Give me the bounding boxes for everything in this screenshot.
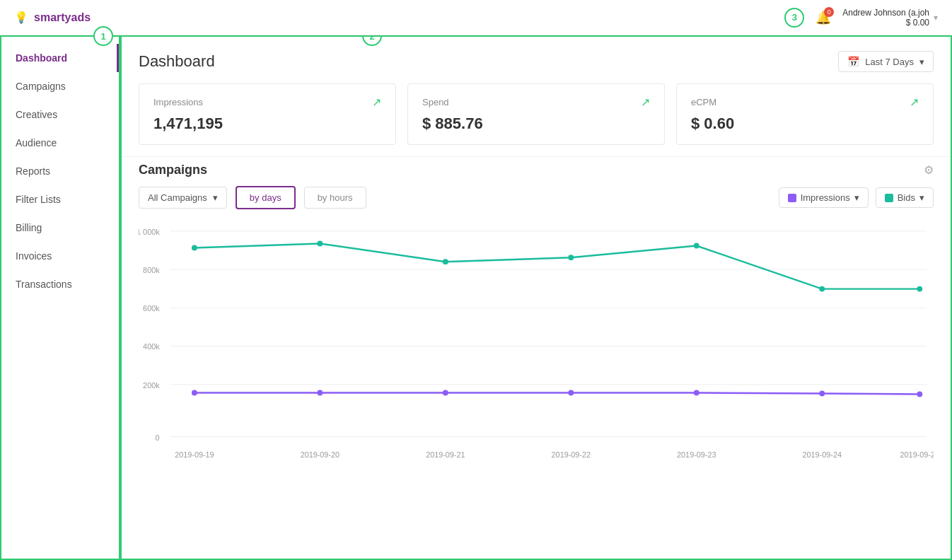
x-label-5: 2019-09-23	[677, 450, 716, 459]
sidebar-item-dashboard[interactable]: Dashboard	[1, 44, 119, 72]
spend-card: Spend ↗ $ 885.76	[407, 83, 665, 145]
y-label-1000k: 1 000k	[139, 228, 160, 236]
chevron-down-icon: ▾	[934, 13, 938, 23]
user-details: Andrew Johnson (a.joh $ 0.00	[842, 8, 929, 28]
user-balance: $ 0.00	[842, 18, 929, 28]
impressions-point-5	[694, 390, 700, 396]
sidebar-item-invoices[interactable]: Invoices	[1, 242, 119, 270]
page-title: Dashboard	[139, 52, 215, 71]
impressions-point-2	[317, 390, 323, 396]
toolbar-right: Impressions ▾ Bids ▾	[779, 187, 934, 208]
bids-point-1	[192, 245, 197, 251]
dashboard-header: Dashboard 📅 Last 7 Days ▾	[122, 37, 951, 83]
y-label-600k: 600k	[143, 304, 160, 313]
top-header: 💡 smartyads 3 🔔 0 Andrew Johnson (a.joh …	[0, 0, 952, 35]
sidebar-item-creatives[interactable]: Creatives	[1, 100, 119, 129]
sidebar-item-billing[interactable]: Billing	[1, 214, 119, 242]
impressions-point-3	[443, 390, 448, 396]
campaigns-title: Campaigns	[139, 163, 207, 177]
campaigns-chart: 1 000k 800k 600k 400k 200k 0	[139, 221, 934, 486]
bids-point-3	[443, 259, 448, 264]
campaigns-toolbar: All Campaigns ▾ by days by hours Impress…	[122, 186, 951, 221]
y-label-800k: 800k	[143, 266, 160, 274]
bids-legend-label: Bids	[898, 192, 915, 203]
impressions-trend-icon: ↗	[372, 95, 381, 109]
bids-line	[195, 244, 919, 289]
bids-legend-button[interactable]: Bids ▾	[876, 187, 934, 208]
stats-row: Impressions ↗ 1,471,195 Spend ↗ $ 885.76…	[122, 83, 951, 156]
user-name: Andrew Johnson (a.joh	[842, 8, 929, 18]
y-label-400k: 400k	[143, 342, 160, 351]
sidebar-item-campaigns[interactable]: Campaigns	[1, 72, 119, 100]
calendar-icon: 📅	[847, 56, 859, 67]
ecpm-trend-icon: ↗	[910, 95, 919, 109]
app-name: smartyads	[34, 11, 91, 24]
impressions-legend-button[interactable]: Impressions ▾	[779, 187, 869, 208]
spend-header: Spend ↗	[422, 95, 650, 109]
x-label-6: 2019-09-24	[803, 450, 842, 459]
impressions-legend-chevron: ▾	[854, 192, 859, 203]
sidebar-item-filter-lists[interactable]: Filter Lists	[1, 185, 119, 214]
settings-icon[interactable]: ⚙	[924, 163, 934, 177]
bids-point-4	[568, 255, 574, 260]
x-label-2: 2019-09-20	[301, 450, 339, 459]
campaigns-section-header: Campaigns ⚙	[122, 156, 951, 186]
impressions-point-4	[568, 390, 574, 396]
sidebar-item-transactions[interactable]: Transactions	[1, 270, 119, 298]
y-label-200k: 200k	[143, 381, 160, 390]
ecpm-header: eCPM ↗	[691, 95, 919, 109]
logo-icon: 💡	[14, 11, 28, 24]
spend-value: $ 885.76	[422, 115, 650, 133]
impressions-header: Impressions ↗	[153, 95, 381, 109]
toolbar-left: All Campaigns ▾ by days by hours	[139, 186, 366, 209]
spend-label: Spend	[422, 97, 449, 107]
bids-point-6	[819, 286, 825, 292]
impressions-line	[195, 393, 919, 395]
sidebar-item-audience[interactable]: Audience	[1, 129, 119, 157]
impressions-card: Impressions ↗ 1,471,195	[139, 83, 396, 145]
y-label-0: 0	[156, 433, 160, 442]
notification-bell[interactable]: 🔔 0	[815, 10, 831, 25]
by-hours-button[interactable]: by hours	[304, 187, 366, 209]
impressions-point-1	[192, 390, 197, 396]
all-campaigns-select[interactable]: All Campaigns ▾	[139, 187, 227, 209]
impressions-point-7	[917, 392, 922, 397]
header-right: 3 🔔 0 Andrew Johnson (a.joh $ 0.00 ▾	[784, 8, 938, 28]
date-range-selector[interactable]: 📅 Last 7 Days ▾	[838, 51, 934, 72]
bids-point-5	[694, 243, 700, 249]
chart-container: 1 000k 800k 600k 400k 200k 0	[122, 221, 951, 502]
date-range-label: Last 7 Days	[865, 57, 914, 67]
impressions-label: Impressions	[153, 97, 203, 107]
ecpm-value: $ 0.60	[691, 115, 919, 133]
impressions-color-swatch	[788, 194, 796, 202]
all-campaigns-label: All Campaigns	[148, 192, 207, 203]
bids-color-swatch	[885, 194, 893, 202]
user-menu[interactable]: Andrew Johnson (a.joh $ 0.00 ▾	[842, 8, 938, 28]
sidebar: 1 Dashboard Campaigns Creatives Audience…	[0, 35, 120, 560]
impressions-point-6	[819, 391, 825, 397]
impressions-value: 1,471,195	[153, 115, 381, 133]
notification-count: 0	[824, 7, 834, 17]
app-layout: 1 Dashboard Campaigns Creatives Audience…	[0, 35, 952, 560]
spend-trend-icon: ↗	[641, 95, 650, 109]
ecpm-card: eCPM ↗ $ 0.60	[676, 83, 934, 145]
bids-point-7	[917, 286, 922, 292]
impressions-legend-label: Impressions	[801, 192, 850, 203]
bids-legend-chevron: ▾	[919, 192, 924, 203]
main-content: 2 Dashboard 📅 Last 7 Days ▾ Impressions …	[120, 35, 952, 560]
step3-badge: 3	[784, 8, 804, 28]
x-label-7: 2019-09-25	[900, 450, 934, 459]
logo: 💡 smartyads	[14, 11, 91, 24]
date-range-chevron: ▾	[919, 57, 924, 67]
sidebar-item-reports[interactable]: Reports	[1, 157, 119, 185]
by-days-button[interactable]: by days	[236, 186, 296, 209]
x-label-3: 2019-09-21	[426, 450, 465, 459]
campaigns-select-chevron: ▾	[213, 192, 218, 203]
step1-badge: 1	[93, 26, 113, 46]
ecpm-label: eCPM	[691, 97, 716, 107]
bids-point-2	[317, 241, 323, 247]
x-label-1: 2019-09-19	[175, 450, 214, 459]
x-label-4: 2019-09-22	[552, 450, 591, 459]
